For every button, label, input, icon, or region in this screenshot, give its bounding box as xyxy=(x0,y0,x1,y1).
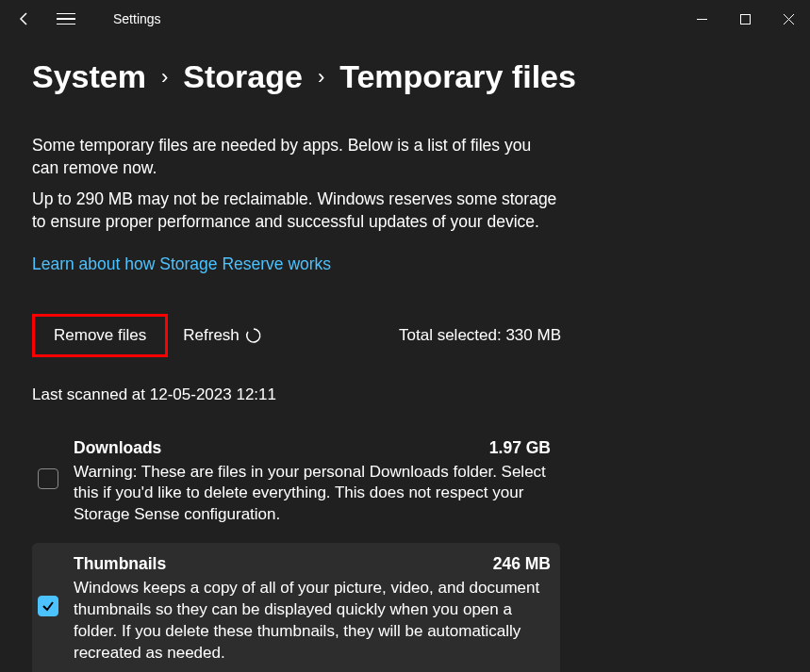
item-description: Warning: These are files in your persona… xyxy=(74,462,551,527)
item-title: Downloads xyxy=(74,438,161,458)
storage-reserve-link[interactable]: Learn about how Storage Reserve works xyxy=(32,254,331,274)
chevron-right-icon: › xyxy=(318,65,324,90)
item-size: 1.97 GB xyxy=(489,438,551,458)
desc-line-1: Some temporary files are needed by apps.… xyxy=(32,135,560,179)
checkbox-thumbnails[interactable] xyxy=(38,596,58,616)
item-description: Windows keeps a copy of all of your pict… xyxy=(74,578,551,664)
refresh-label: Refresh xyxy=(183,326,240,345)
action-row: Remove files Refresh Total selected: 330… xyxy=(32,314,778,357)
remove-files-button[interactable]: Remove files xyxy=(32,314,168,357)
chevron-right-icon: › xyxy=(161,65,168,90)
last-scanned: Last scanned at 12-05-2023 12:11 xyxy=(32,385,778,404)
checkbox-downloads[interactable] xyxy=(38,468,58,489)
titlebar: Settings xyxy=(0,0,810,38)
item-title: Thumbnails xyxy=(74,554,166,574)
minimize-button[interactable] xyxy=(680,4,723,34)
hamburger-menu[interactable] xyxy=(57,13,75,25)
item-size: 246 MB xyxy=(493,554,551,574)
close-button[interactable] xyxy=(767,4,810,34)
page-title: Temporary files xyxy=(339,58,576,95)
page-description: Some temporary files are needed by apps.… xyxy=(32,135,560,234)
window-controls xyxy=(680,4,810,34)
breadcrumb: System › Storage › Temporary files xyxy=(32,58,778,95)
refresh-button[interactable]: Refresh xyxy=(183,326,262,345)
list-item[interactable]: Thumbnails 246 MB Windows keeps a copy o… xyxy=(32,543,560,672)
breadcrumb-storage[interactable]: Storage xyxy=(183,58,303,95)
svg-rect-1 xyxy=(740,14,750,24)
desc-line-2: Up to 290 MB may not be reclaimable. Win… xyxy=(32,188,560,233)
back-button[interactable] xyxy=(17,11,32,26)
list-item[interactable]: Downloads 1.97 GB Warning: These are fil… xyxy=(32,427,560,544)
refresh-icon xyxy=(245,327,262,344)
breadcrumb-system[interactable]: System xyxy=(32,58,146,95)
app-title: Settings xyxy=(113,11,161,26)
file-items-list: Downloads 1.97 GB Warning: These are fil… xyxy=(32,427,560,673)
maximize-button[interactable] xyxy=(723,4,767,34)
total-selected: Total selected: 330 MB xyxy=(399,326,561,345)
